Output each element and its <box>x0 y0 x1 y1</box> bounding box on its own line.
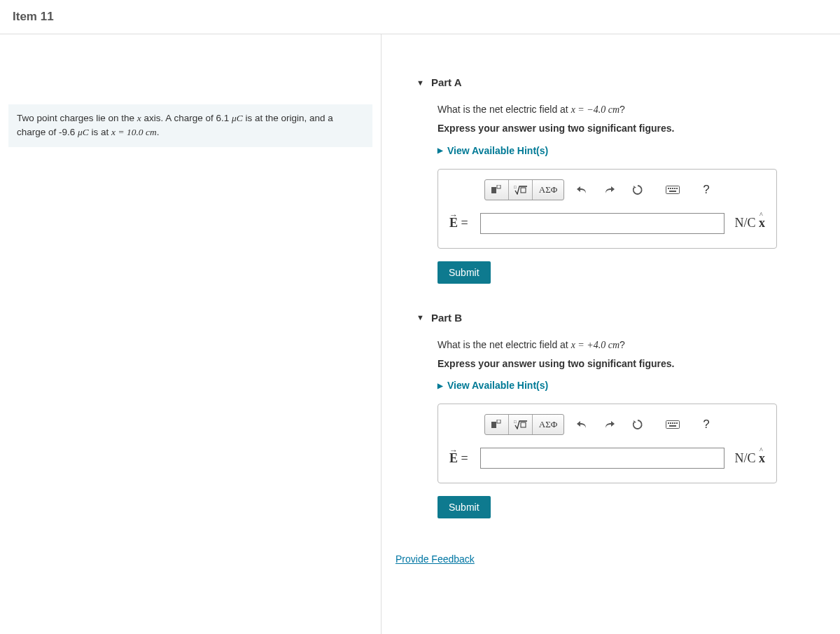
svg-rect-19 <box>674 422 676 424</box>
answer-toolbar-b: □ ΑΣΦ <box>449 414 765 435</box>
svg-rect-17 <box>670 422 671 424</box>
answer-box-b: □ ΑΣΦ <box>438 404 777 483</box>
undo-button[interactable] <box>571 415 592 434</box>
part-b-instruction: Express your answer using two significan… <box>438 358 826 369</box>
svg-rect-8 <box>674 188 676 189</box>
keyboard-button[interactable] <box>662 180 683 200</box>
provide-feedback-link[interactable]: Provide Feedback <box>396 553 475 565</box>
part-a-body: What is the net electric field at x = −4… <box>396 104 826 284</box>
question-text: ? <box>620 104 625 115</box>
answer-row-a: E→ = N/C x^ <box>449 213 765 234</box>
answer-input-a[interactable] <box>480 213 724 234</box>
template-button[interactable] <box>485 415 509 434</box>
submit-button-b[interactable]: Submit <box>438 496 491 518</box>
part-b-body: What is the net electric field at x = +4… <box>396 339 826 519</box>
undo-button[interactable] <box>571 180 592 200</box>
svg-rect-14 <box>521 422 526 427</box>
view-hints-link[interactable]: ▶ View Available Hint(s) <box>438 380 548 391</box>
greek-button[interactable]: ΑΣΦ <box>533 180 564 200</box>
part-b-label: Part B <box>431 312 462 324</box>
root-button[interactable]: □ <box>509 180 533 200</box>
format-group: □ ΑΣΦ <box>484 179 564 200</box>
svg-rect-18 <box>672 422 673 424</box>
reset-button[interactable] <box>627 415 648 434</box>
caret-right-icon: ▶ <box>438 382 443 390</box>
svg-rect-5 <box>668 188 669 189</box>
svg-rect-0 <box>491 187 496 193</box>
part-a-instruction: Express your answer using two significan… <box>438 123 826 134</box>
caret-down-icon: ▼ <box>416 78 424 87</box>
variable-label: E→ = <box>449 451 480 466</box>
page-title: Item 11 <box>0 0 840 34</box>
view-hints-link[interactable]: ▶ View Available Hint(s) <box>438 145 548 156</box>
problem-statement: Two point charges lie on the x axis. A c… <box>8 104 372 147</box>
svg-rect-15 <box>666 421 680 429</box>
svg-rect-20 <box>676 422 678 424</box>
template-button[interactable] <box>485 180 509 200</box>
answer-input-b[interactable] <box>480 448 724 469</box>
answer-toolbar-a: □ ΑΣΦ <box>449 179 765 200</box>
svg-rect-12 <box>497 420 500 423</box>
svg-text:□: □ <box>514 185 517 189</box>
svg-rect-6 <box>670 188 671 189</box>
problem-column: Two point charges lie on the x axis. A c… <box>0 34 382 634</box>
problem-text: is at <box>89 127 111 137</box>
unit-label: N/C x^ <box>724 216 765 230</box>
format-group: □ ΑΣΦ <box>484 414 564 435</box>
problem-unit: μC <box>232 113 243 123</box>
svg-rect-7 <box>672 188 673 189</box>
help-button[interactable]: ? <box>696 180 717 200</box>
greek-button[interactable]: ΑΣΦ <box>533 415 564 434</box>
part-b: ▼ Part B What is the net electric field … <box>396 312 826 519</box>
question-eq: x = −4.0 cm <box>571 104 620 115</box>
keyboard-button[interactable] <box>662 415 683 434</box>
variable-label: E→ = <box>449 216 480 230</box>
svg-rect-1 <box>497 185 500 188</box>
svg-rect-11 <box>491 422 496 428</box>
question-eq: x = +4.0 cm <box>571 340 620 350</box>
caret-right-icon: ▶ <box>438 146 443 154</box>
part-a: ▼ Part A What is the net electric field … <box>396 76 826 284</box>
svg-rect-10 <box>669 191 676 192</box>
help-button[interactable]: ? <box>696 415 717 434</box>
part-a-question: What is the net electric field at x = −4… <box>438 104 826 116</box>
question-text: ? <box>620 339 625 350</box>
reset-button[interactable] <box>627 180 648 200</box>
problem-text: . <box>157 127 160 137</box>
svg-rect-16 <box>668 422 669 424</box>
part-b-question: What is the net electric field at x = +4… <box>438 339 826 351</box>
submit-button-a[interactable]: Submit <box>438 261 491 284</box>
answer-box-a: □ ΑΣΦ <box>438 169 777 249</box>
answer-row-b: E→ = N/C x^ <box>449 448 765 469</box>
question-text: What is the net electric field at <box>438 104 571 115</box>
redo-button[interactable] <box>599 180 620 200</box>
part-b-header[interactable]: ▼ Part B <box>396 312 826 324</box>
svg-text:□: □ <box>514 420 517 424</box>
answer-column: ▼ Part A What is the net electric field … <box>382 34 840 634</box>
content-area: Two point charges lie on the x axis. A c… <box>0 34 840 634</box>
svg-rect-21 <box>669 425 676 427</box>
hints-label: View Available Hint(s) <box>447 145 548 156</box>
unit-label: N/C x^ <box>724 451 765 466</box>
svg-rect-3 <box>521 188 526 193</box>
root-button[interactable]: □ <box>509 415 533 434</box>
problem-text: Two point charges lie on the <box>17 113 137 123</box>
svg-rect-9 <box>676 188 678 189</box>
hints-label: View Available Hint(s) <box>447 380 548 391</box>
problem-unit: μC <box>78 127 89 137</box>
part-a-header[interactable]: ▼ Part A <box>396 76 826 88</box>
part-a-label: Part A <box>431 76 462 88</box>
svg-rect-4 <box>666 186 680 193</box>
problem-text: axis. A charge of 6.1 <box>141 113 232 123</box>
caret-down-icon: ▼ <box>416 313 424 322</box>
redo-button[interactable] <box>599 415 620 434</box>
question-text: What is the net electric field at <box>438 339 571 350</box>
problem-eq: x = 10.0 cm <box>111 127 157 137</box>
